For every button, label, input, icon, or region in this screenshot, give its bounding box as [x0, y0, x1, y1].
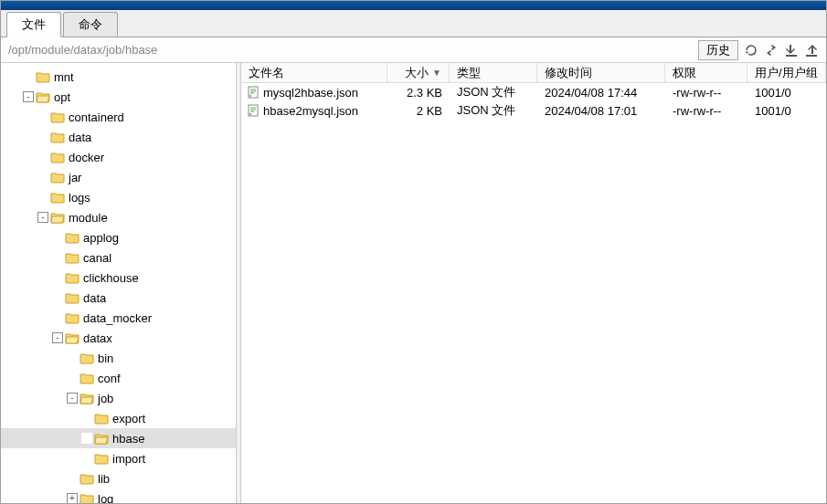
folder-icon	[80, 372, 94, 384]
tree-label: job	[98, 392, 113, 405]
tree-item-job[interactable]: -job	[1, 388, 236, 408]
col-mtime[interactable]: 修改时间	[537, 63, 665, 82]
folder-icon	[50, 191, 65, 204]
folder-icon	[80, 492, 94, 503]
svg-point-1	[249, 95, 251, 97]
upload-icon[interactable]	[804, 43, 819, 58]
file-row[interactable]: mysql2hbase.json2.3 KBJSON 文件2024/04/08 …	[241, 83, 826, 101]
title-bar	[1, 1, 826, 10]
expander-placeholder	[37, 152, 48, 163]
tree-item-import[interactable]: import	[1, 448, 236, 468]
tree-label: log	[98, 492, 113, 504]
file-list[interactable]: mysql2hbase.json2.3 KBJSON 文件2024/04/08 …	[241, 83, 826, 503]
file-size: 2.3 KB	[387, 86, 450, 100]
expander-placeholder	[52, 292, 63, 303]
tree-label: conf	[98, 372, 121, 385]
file-type: JSON 文件	[450, 102, 537, 119]
tree-label: jar	[69, 171, 81, 184]
tree-item-canal[interactable]: canal	[1, 247, 236, 268]
tree-item-opt[interactable]: -opt	[1, 87, 236, 107]
folder-icon	[80, 472, 94, 485]
tree-label: applog	[83, 231, 119, 245]
tree-label: bin	[98, 352, 113, 365]
tree-label: import	[112, 452, 145, 466]
tree-item-containerd[interactable]: containerd	[1, 107, 236, 127]
expander-placeholder	[81, 413, 92, 424]
file-user: 1001/0	[747, 104, 826, 118]
tree-label: clickhouse	[83, 271, 139, 285]
tree-item-applog[interactable]: applog	[1, 227, 236, 247]
tree-item-datax[interactable]: -datax	[1, 328, 236, 348]
tree-item-data[interactable]: data	[1, 288, 236, 308]
folder-icon	[65, 311, 80, 324]
download-icon[interactable]	[784, 43, 799, 58]
tree-label: docker	[69, 151, 104, 164]
folder-open-icon	[36, 90, 50, 103]
folder-icon	[80, 352, 94, 364]
col-name[interactable]: 文件名	[241, 63, 387, 82]
folder-icon	[65, 231, 80, 244]
path-bar: /opt/module/datax/job/hbase 历史	[1, 37, 826, 63]
json-file-icon	[247, 86, 260, 99]
tab-command[interactable]: 命令	[63, 12, 118, 37]
tree-item-conf[interactable]: conf	[1, 368, 236, 388]
tree-item-hbase[interactable]: hbase	[1, 428, 236, 448]
tree-label: mnt	[54, 70, 74, 84]
file-mtime: 2024/04/08 17:44	[537, 86, 665, 100]
collapse-icon[interactable]: -	[23, 91, 34, 102]
file-row[interactable]: hbase2mysql.json2 KBJSON 文件2024/04/08 17…	[241, 101, 826, 120]
tree-item-module[interactable]: -module	[1, 207, 236, 227]
folder-icon	[65, 251, 80, 264]
tree-item-docker[interactable]: docker	[1, 147, 236, 167]
tree-label: data	[69, 131, 91, 144]
tree-label: datax	[83, 331, 112, 345]
col-perm[interactable]: 权限	[665, 63, 747, 82]
tree-item-bin[interactable]: bin	[1, 348, 236, 368]
tree-label: canal	[83, 251, 111, 265]
tree-label: lib	[98, 472, 110, 486]
expander-placeholder	[52, 312, 63, 323]
folder-open-icon	[94, 432, 109, 445]
collapse-icon[interactable]: -	[67, 393, 78, 404]
refresh-icon[interactable]	[744, 43, 758, 58]
folder-icon	[50, 131, 65, 143]
col-user[interactable]: 用户/用户组	[747, 63, 826, 82]
tab-file[interactable]: 文件	[6, 12, 61, 37]
folder-icon	[94, 452, 109, 465]
tree-item-log[interactable]: +log	[1, 488, 236, 503]
tree-item-mnt[interactable]: mnt	[1, 67, 236, 87]
tree-item-data_mocker[interactable]: data_mocker	[1, 308, 236, 328]
collapse-icon[interactable]: -	[37, 212, 48, 223]
current-path: /opt/module/datax/job/hbase	[8, 43, 698, 57]
swap-icon[interactable]	[764, 43, 779, 58]
tree-label: export	[112, 412, 145, 425]
tree-item-logs[interactable]: logs	[1, 187, 236, 207]
file-list-header: 文件名 大小▼ 类型 修改时间 权限 用户/用户组	[241, 63, 826, 83]
tree-label: containerd	[69, 110, 124, 124]
collapse-icon[interactable]: -	[52, 332, 63, 343]
tree-item-data[interactable]: data	[1, 127, 236, 147]
expand-icon[interactable]: +	[67, 493, 78, 503]
file-name: hbase2mysql.json	[263, 104, 358, 118]
folder-tree[interactable]: mnt-optcontainerddatadockerjarlogs-modul…	[1, 63, 237, 503]
expander-placeholder	[52, 272, 63, 283]
history-button[interactable]: 历史	[698, 40, 738, 60]
tree-item-lib[interactable]: lib	[1, 468, 236, 488]
expander-placeholder	[81, 453, 92, 464]
tree-label: opt	[54, 90, 70, 104]
tree-label: data	[83, 291, 106, 305]
tree-label: hbase	[112, 432, 144, 446]
folder-open-icon	[50, 211, 65, 224]
expander-placeholder	[37, 131, 48, 142]
folder-icon	[65, 291, 80, 304]
col-type[interactable]: 类型	[450, 63, 537, 82]
tree-item-jar[interactable]: jar	[1, 167, 236, 187]
expander-placeholder	[37, 192, 48, 203]
tree-item-export[interactable]: export	[1, 408, 236, 428]
tree-item-clickhouse[interactable]: clickhouse	[1, 268, 236, 288]
col-size[interactable]: 大小▼	[387, 63, 450, 82]
expander-placeholder	[23, 71, 34, 82]
svg-point-3	[249, 113, 251, 115]
folder-open-icon	[65, 331, 80, 344]
folder-icon	[94, 412, 109, 425]
